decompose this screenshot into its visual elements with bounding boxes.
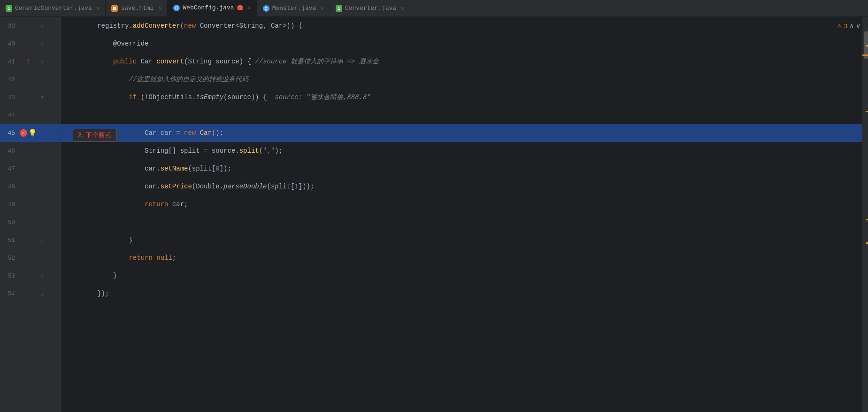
code-line-40[interactable]: @Override [61, 35, 868, 53]
tab-close-generic-converter[interactable]: ✕ [97, 5, 100, 11]
line-number-40: 40 [0, 40, 19, 47]
tab-close-converter-java[interactable]: ✕ [401, 5, 404, 11]
tab-icon-converter-java: 1 [336, 5, 342, 12]
line-number-44: 44 [0, 112, 19, 119]
gutter-line-50: 50 [0, 213, 61, 231]
tab-save-html[interactable]: ⊞ save.html ✕ [106, 0, 168, 17]
fold-53[interactable]: △ [38, 273, 47, 279]
scrollbar[interactable] [862, 17, 868, 412]
tab-label-converter-java: Converter.java [345, 5, 396, 12]
gutter-line-48: 48 [0, 178, 61, 195]
fold-41: ▽ [38, 59, 47, 65]
line-number-41: 41 [0, 58, 19, 65]
fold-icon-40: ▽ [41, 41, 44, 47]
line-number-46: 46 [0, 148, 19, 155]
fold-icon-54[interactable]: △ [41, 291, 44, 297]
code-line-45[interactable]: Car car = new Car(); [61, 124, 868, 142]
code-line-51[interactable]: } [61, 231, 868, 249]
code-content-49: return car; [66, 201, 188, 208]
line-number-47: 47 [0, 165, 19, 172]
tab-converter-java[interactable]: 1 Converter.java ✕ [330, 0, 410, 17]
tab-icon-generic-converter: 1 [6, 5, 12, 12]
code-line-42[interactable]: //这里就加入你的自定义的转换业务代码 [61, 70, 868, 88]
line-number-43: 43 [0, 94, 19, 101]
code-line-43[interactable]: if (!ObjectUtils.isEmpty(source)) { sour… [61, 88, 868, 106]
fold-43[interactable]: ▽ [38, 94, 47, 101]
gutter-line-42: 42 [0, 70, 61, 88]
code-line-48[interactable]: car.setPrice(Double.parseDouble(split[1]… [61, 178, 868, 195]
code-line-50[interactable] [61, 213, 868, 231]
gutter-line-39: 39 ▽ [0, 17, 61, 35]
code-content-41: public Car convert(String source) { //so… [66, 57, 379, 66]
tab-badge-webconfig-java: 1 [237, 5, 244, 10]
code-content-52: return null; [66, 254, 176, 262]
code-content-47: car.setName(split[0]); [66, 165, 231, 172]
gutter-line-54: 54 △ [0, 285, 61, 303]
line-number-42: 42 [0, 76, 19, 83]
code-line-44[interactable] [61, 106, 868, 124]
line-number-53: 53 [0, 272, 19, 280]
code-content-46: String[] split = source.split(","); [66, 147, 283, 155]
gutter-line-41: 41 ↑ ▽ [0, 53, 61, 70]
code-content-43: if (!ObjectUtils.isEmpty(source)) { sour… [66, 93, 371, 101]
code-content-51: } [66, 236, 133, 244]
gutter: 39 ▽ 40 ▽ 41 ↑ ▽ 42 [0, 17, 61, 412]
scrollbar-mark-warning [862, 54, 868, 56]
tab-generic-converter[interactable]: 1 GenericConverter.java ✕ [0, 0, 106, 17]
code-line-53[interactable]: } [61, 267, 868, 285]
fold-40: ▽ [38, 41, 47, 47]
tab-monster-java[interactable]: C Monster.java ✕ [257, 0, 330, 17]
code-line-54[interactable]: }); [61, 285, 868, 303]
code-line-49[interactable]: return car; [61, 195, 868, 213]
tab-label-generic-converter: GenericConverter.java [15, 5, 92, 12]
tab-close-monster-java[interactable]: ✕ [321, 5, 324, 11]
line-number-50: 50 [0, 219, 19, 226]
line-number-52: 52 [0, 255, 19, 262]
breakpoint-checkmark-45[interactable]: ✓ [20, 129, 27, 137]
code-area[interactable]: ⚠ 3 ∧ ∨ registry.addConverter(new Conver… [61, 17, 868, 412]
editor-container: 39 ▽ 40 ▽ 41 ↑ ▽ 42 [0, 17, 868, 412]
gutter-line-44: 44 [0, 106, 61, 124]
scrollbar-mark-4 [866, 242, 868, 244]
tab-label-webconfig-java: WebConfig.java [183, 4, 234, 11]
code-line-41[interactable]: public Car convert(String source) { //so… [61, 53, 868, 70]
tab-label-monster-java: Monster.java [272, 5, 316, 12]
gutter-line-51: 51 △ [0, 231, 61, 249]
tab-close-save-html[interactable]: ✕ [159, 5, 162, 11]
tab-webconfig-java[interactable]: C WebConfig.java 1 ✕ [168, 0, 257, 17]
tab-bar: 1 GenericConverter.java ✕ ⊞ save.html ✕ … [0, 0, 868, 17]
line-number-54: 54 [0, 290, 19, 297]
fold-icon-39[interactable]: ▽ [41, 23, 44, 29]
line-number-49: 49 [0, 201, 19, 208]
gutter-icons-45: ✓ 💡 [19, 129, 38, 138]
gutter-line-52: 52 [0, 249, 61, 267]
line-number-51: 51 [0, 237, 19, 244]
tab-label-save-html: save.html [121, 5, 154, 12]
fold-39[interactable]: ▽ [38, 23, 47, 29]
fold-icon-51[interactable]: △ [41, 237, 44, 243]
gutter-line-49: 49 [0, 195, 61, 213]
gutter-icons-41: ↑ [19, 57, 38, 66]
lightbulb-icon-45[interactable]: 💡 [28, 129, 37, 138]
fold-51[interactable]: △ [38, 237, 47, 243]
code-content-48: car.setPrice(Double.parseDouble(split[1]… [66, 183, 314, 190]
code-content-54: }); [66, 290, 109, 297]
code-line-47[interactable]: car.setName(split[0]); [61, 160, 868, 178]
code-line-52[interactable]: return null; [61, 249, 868, 267]
fold-icon-43[interactable]: ▽ [41, 94, 44, 101]
tab-icon-monster-java: C [263, 5, 269, 12]
fold-54[interactable]: △ [38, 291, 47, 297]
fold-icon-41: ▽ [41, 59, 44, 65]
scrollbar-mark-3 [866, 219, 868, 220]
scrollbar-mark-2 [866, 111, 868, 112]
code-line-46[interactable]: String[] split = source.split(","); [61, 142, 868, 160]
line-number-45: 45 [0, 130, 19, 137]
code-content-53: } [66, 272, 117, 280]
fold-icon-53[interactable]: △ [41, 273, 44, 279]
code-line-39[interactable]: registry.addConverter(new Converter<Stri… [61, 17, 868, 35]
gutter-line-47: 47 [0, 160, 61, 178]
gutter-line-43: 43 ▽ [0, 88, 61, 106]
tab-close-webconfig-java[interactable]: ✕ [248, 5, 251, 11]
gutter-line-40: 40 ▽ [0, 35, 61, 53]
tab-icon-webconfig-java: C [173, 5, 180, 11]
